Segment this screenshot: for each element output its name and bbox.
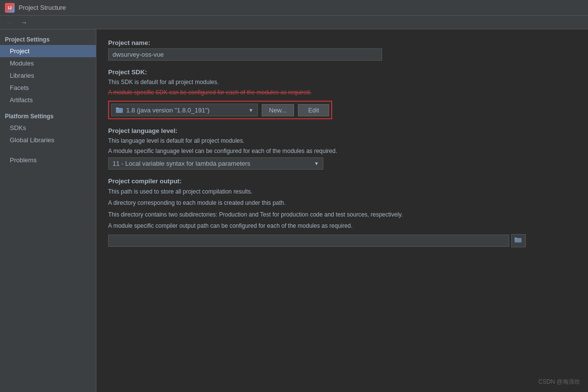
- sidebar-item-artifacts[interactable]: Artifacts: [0, 94, 96, 106]
- sidebar-item-libraries[interactable]: Libraries: [0, 69, 96, 82]
- compiler-desc1: This path is used to store all project c…: [108, 187, 576, 196]
- compiler-desc4: A module specific compiler output path c…: [108, 221, 576, 231]
- compiler-desc3: This directory contains two subdirectori…: [108, 210, 576, 219]
- svg-rect-2: [118, 109, 120, 109]
- sdk-edit-button[interactable]: Edit: [298, 104, 329, 116]
- sidebar: Project Settings Project Modules Librari…: [0, 29, 96, 392]
- sdk-section: Project SDK: This SDK is default for all…: [108, 68, 576, 119]
- content-area: Project name: Project SDK: This SDK is d…: [96, 29, 588, 392]
- sdk-desc1: This SDK is default for all project modu…: [108, 78, 576, 87]
- watermark: CSDN @海浪吹: [538, 378, 580, 386]
- compiler-path-browse-button[interactable]: [511, 234, 526, 247]
- title-bar-text: Project Structure: [19, 4, 66, 11]
- sdk-dropdown[interactable]: 1.8 (java version "1.8.0_191") ▼: [111, 104, 258, 116]
- language-dropdown-arrow-icon: ▼: [314, 161, 319, 166]
- compiler-output-label: Project compiler output:: [108, 177, 576, 185]
- compiler-path-input[interactable]: [108, 235, 509, 247]
- compiler-path-row: [108, 234, 576, 247]
- back-arrow[interactable]: ←: [4, 18, 15, 27]
- language-desc2: A module specific language level can be …: [108, 147, 576, 155]
- sdk-folder-icon: [115, 106, 123, 114]
- sidebar-item-project[interactable]: Project: [0, 45, 96, 57]
- title-bar: IJ Project Structure: [0, 0, 588, 16]
- language-level-dropdown[interactable]: 11 - Local variable syntax for lambda pa…: [108, 157, 323, 170]
- sdk-selector-row: 1.8 (java version "1.8.0_191") ▼ New... …: [108, 101, 332, 119]
- language-section: Project language level: This language le…: [108, 127, 576, 170]
- sidebar-item-problems[interactable]: Problems: [0, 154, 96, 166]
- project-name-label: Project name:: [108, 39, 576, 46]
- platform-settings-section-title: Platform Settings: [0, 110, 96, 122]
- language-desc1: This language level is default for all p…: [108, 136, 576, 145]
- project-sdk-label: Project SDK:: [108, 68, 576, 76]
- sdk-dropdown-text: 1.8 (java version "1.8.0_191"): [126, 107, 246, 114]
- browse-folder-icon: [515, 237, 522, 243]
- app-logo: IJ: [5, 3, 15, 13]
- sidebar-item-facets[interactable]: Facets: [0, 82, 96, 94]
- compiler-desc2: A directory corresponding to each module…: [108, 198, 576, 208]
- project-name-input[interactable]: [108, 48, 382, 61]
- nav-bar: ← →: [0, 16, 588, 29]
- forward-arrow[interactable]: →: [19, 18, 29, 27]
- sidebar-item-modules[interactable]: Modules: [0, 57, 96, 69]
- sidebar-item-sdks[interactable]: SDKs: [0, 122, 96, 134]
- main-layout: Project Settings Project Modules Librari…: [0, 29, 588, 392]
- language-level-value: 11 - Local variable syntax for lambda pa…: [113, 160, 314, 167]
- sdk-desc2: A module specific SDK can be configured …: [108, 88, 576, 97]
- svg-rect-4: [515, 238, 517, 239]
- project-settings-section-title: Project Settings: [0, 33, 96, 45]
- sidebar-item-global-libraries[interactable]: Global Libraries: [0, 134, 96, 146]
- sdk-dropdown-arrow-icon: ▼: [249, 108, 253, 113]
- problems-section: Problems: [0, 154, 96, 166]
- language-level-label: Project language level:: [108, 127, 576, 134]
- sdk-new-button[interactable]: New...: [262, 104, 294, 116]
- compiler-section: Project compiler output: This path is us…: [108, 177, 576, 247]
